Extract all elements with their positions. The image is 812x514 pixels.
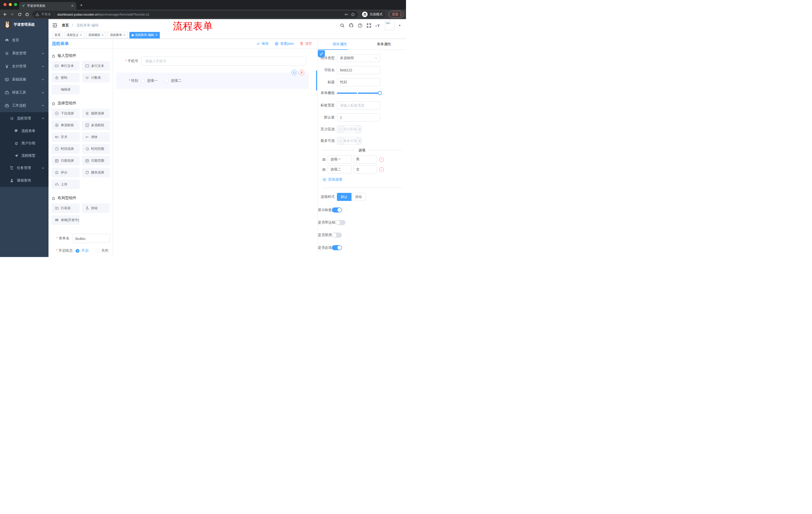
- tab-close-icon[interactable]: ✕: [71, 4, 74, 7]
- sidebar-item-process-form[interactable]: 流程表单: [0, 125, 49, 137]
- fullscreen-icon[interactable]: [367, 23, 371, 28]
- sidebar-item-task-mgmt[interactable]: 任务管理: [0, 162, 49, 174]
- disabled-toggle[interactable]: [332, 233, 342, 238]
- sidebar-item-infra[interactable]: 基础设施: [0, 73, 49, 86]
- min-select-value[interactable]: 至少应选: [343, 126, 356, 133]
- save-button[interactable]: 保存: [256, 42, 268, 46]
- gender-option-2[interactable]: 选项二: [165, 78, 181, 83]
- collapse-sidebar-icon[interactable]: [52, 23, 57, 28]
- palette-item-table[interactable]: 表格[开发中]: [52, 215, 80, 225]
- palette-item-row-container[interactable]: 行容器: [52, 204, 80, 213]
- view-tab-process-form[interactable]: 流程表单✕: [108, 32, 127, 38]
- url-text[interactable]: dashboard.yudao.iocoder.cn/bpm/manager/f…: [57, 12, 149, 16]
- option-value-input[interactable]: [353, 155, 377, 163]
- link-drawer-button[interactable]: [318, 50, 325, 57]
- security-label[interactable]: 不安全: [41, 12, 51, 17]
- decrease-button[interactable]: −: [337, 126, 343, 133]
- avatar[interactable]: [385, 21, 395, 30]
- palette-item-slider[interactable]: 滑块: [82, 132, 110, 142]
- border-toggle[interactable]: [336, 220, 345, 225]
- bookmark-star-icon[interactable]: [351, 12, 355, 17]
- help-icon[interactable]: [358, 23, 362, 28]
- view-tab-home[interactable]: 首页: [52, 32, 63, 38]
- avatar-caret-icon[interactable]: ▼: [399, 24, 401, 27]
- view-tab-process-def[interactable]: 流程定义✕: [64, 32, 84, 38]
- slider-handle[interactable]: [378, 91, 382, 95]
- palette-item-upload[interactable]: 上传: [52, 180, 80, 189]
- forward-icon[interactable]: [10, 12, 14, 17]
- copy-widget-button[interactable]: [291, 70, 297, 75]
- component-type-select[interactable]: 多选框组: [337, 54, 380, 62]
- remove-option-button[interactable]: [379, 167, 384, 172]
- drag-handle-icon[interactable]: [322, 158, 326, 161]
- palette-item-textarea[interactable]: 多行文本: [82, 61, 110, 71]
- browser-tab[interactable]: 芋道管理系统 ✕: [19, 2, 76, 9]
- form-name-input[interactable]: [72, 234, 110, 243]
- palette-item-counter[interactable]: 123 计数器: [82, 73, 110, 82]
- sidebar-item-workflow[interactable]: 工作流程: [0, 99, 49, 112]
- close-icon[interactable]: ✕: [80, 33, 82, 37]
- palette-item-button[interactable]: 按钮: [82, 204, 110, 213]
- clear-button[interactable]: 清空: [300, 42, 312, 46]
- option-label-input[interactable]: [328, 165, 351, 173]
- palette-item-cascader[interactable]: 级联选择: [82, 109, 110, 118]
- window-controls[interactable]: [3, 3, 17, 6]
- palette-item-date-picker[interactable]: 日期选择: [52, 156, 80, 165]
- palette-item-time-range[interactable]: 时间范围: [82, 144, 110, 154]
- view-json-button[interactable]: 查看json: [274, 42, 294, 46]
- close-icon[interactable]: ✕: [155, 33, 157, 37]
- option-value-input[interactable]: [353, 165, 377, 173]
- tab-form-props[interactable]: 表单属性: [362, 39, 406, 50]
- sidebar-item-user-group[interactable]: 用户分组: [0, 137, 49, 150]
- close-icon[interactable]: ✕: [123, 33, 125, 37]
- close-icon[interactable]: ✕: [102, 33, 104, 37]
- option-label-input[interactable]: [328, 155, 351, 163]
- status-off-radio[interactable]: 关闭: [95, 248, 108, 253]
- style-default-button[interactable]: 默认: [337, 193, 351, 201]
- home-icon[interactable]: [25, 12, 29, 17]
- back-icon[interactable]: [2, 12, 7, 17]
- view-tab-process-model[interactable]: 流程模型✕: [86, 32, 106, 38]
- view-tab-process-form-edit[interactable]: 流程表单-编辑✕: [129, 32, 160, 38]
- palette-item-date-range[interactable]: 日期范围: [82, 156, 110, 165]
- zoom-window-button[interactable]: [14, 3, 17, 6]
- increase-button[interactable]: +: [356, 137, 361, 144]
- palette-item-radio-group[interactable]: 单选框组: [52, 120, 80, 130]
- github-icon[interactable]: [349, 23, 354, 28]
- browser-menu-icon[interactable]: [401, 13, 401, 16]
- add-option-button[interactable]: 添加选项: [318, 177, 406, 182]
- minimize-window-button[interactable]: [9, 3, 12, 6]
- sidebar-item-process-mgmt[interactable]: 流程管理: [0, 112, 49, 125]
- label-width-input[interactable]: [337, 101, 380, 109]
- palette-item-checkbox-group[interactable]: 多选框组: [82, 120, 110, 130]
- password-key-icon[interactable]: [344, 12, 349, 17]
- sidebar-item-home[interactable]: 首页: [0, 34, 49, 47]
- drag-handle-icon[interactable]: [322, 168, 326, 171]
- max-select-value[interactable]: 最多可选: [343, 137, 356, 144]
- palette-item-switch[interactable]: 开关: [52, 132, 80, 142]
- palette-item-time-picker[interactable]: 时间选择: [52, 144, 80, 154]
- status-on-radio[interactable]: 开启: [76, 248, 88, 253]
- remove-option-button[interactable]: [379, 157, 384, 162]
- selected-gender-widget[interactable]: 性别 选项一 选项二: [116, 73, 309, 89]
- title-input[interactable]: [337, 78, 380, 86]
- close-window-button[interactable]: [3, 3, 6, 6]
- palette-item-single-text[interactable]: 单行文本: [52, 61, 80, 71]
- phone-input[interactable]: [141, 57, 306, 65]
- browser-update-button[interactable]: 更新: [389, 11, 404, 18]
- required-toggle[interactable]: [332, 245, 342, 250]
- sidebar-item-leave-query[interactable]: 请假查询: [0, 174, 49, 187]
- sidebar-item-devtools[interactable]: 研发工具: [0, 86, 49, 99]
- decrease-button[interactable]: −: [337, 137, 343, 144]
- palette-item-password[interactable]: 密码: [52, 73, 80, 82]
- palette-item-editor[interactable]: 编辑器: [52, 85, 80, 94]
- sidebar-item-system[interactable]: 系统管理: [0, 47, 49, 60]
- breadcrumb-home[interactable]: 首页: [62, 23, 69, 27]
- font-size-icon[interactable]: TT: [375, 23, 381, 28]
- reload-icon[interactable]: [18, 12, 22, 17]
- new-tab-button[interactable]: +: [80, 2, 83, 8]
- search-icon[interactable]: [340, 23, 345, 28]
- delete-widget-button[interactable]: [299, 70, 304, 75]
- palette-item-color-picker[interactable]: 颜色选择: [82, 168, 110, 177]
- address-bar[interactable]: 不安全 dashboard.yudao.iocoder.cn/bpm/manag…: [32, 11, 358, 18]
